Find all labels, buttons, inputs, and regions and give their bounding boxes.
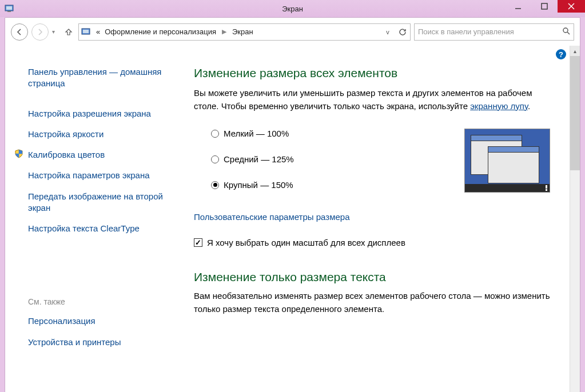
svg-rect-2: [7, 11, 11, 12]
search-input[interactable]: [418, 27, 570, 36]
radio-label: Средний — 125%: [224, 154, 294, 164]
radio-label: Мелкий — 100%: [224, 129, 289, 138]
custom-size-link[interactable]: Пользовательские параметры размера: [194, 212, 555, 222]
back-button[interactable]: [11, 23, 28, 41]
window-titlebar: Экран: [0, 0, 585, 17]
shield-icon: [14, 149, 23, 158]
window-title: Экран: [282, 5, 303, 13]
sidebar-item-cleartype[interactable]: Настройка текста ClearType: [28, 219, 165, 238]
forward-button[interactable]: [31, 23, 49, 41]
sidebar-item-brightness[interactable]: Настройка яркости: [28, 125, 165, 143]
breadcrumb-separator-icon: ▶: [222, 28, 226, 35]
svg-rect-1: [6, 6, 12, 10]
scroll-thumb[interactable]: [570, 56, 580, 170]
close-button[interactable]: [558, 0, 585, 13]
radio-small[interactable]: Мелкий — 100%: [211, 129, 294, 138]
desc-period: .: [528, 101, 530, 111]
section-title-text-only: Изменение только размера текста: [194, 270, 555, 284]
content-area: ? ▴ Панель управления — домашняя страниц…: [5, 46, 580, 392]
sidebar-also-devices[interactable]: Устройства и принтеры: [28, 333, 165, 351]
main-panel: Изменение размера всех элементов Вы може…: [177, 46, 580, 392]
see-also-header: См. также: [28, 297, 165, 306]
sidebar-item-calibrate[interactable]: Калибровка цветов: [28, 146, 165, 164]
search-box[interactable]: [414, 23, 574, 41]
location-icon: [81, 27, 91, 37]
scale-radio-group: Мелкий — 100% Средний — 125% Крупный — 1…: [211, 129, 294, 193]
search-icon[interactable]: [562, 27, 570, 37]
magnifier-link[interactable]: экранную лупу: [470, 101, 528, 111]
sidebar-item-project[interactable]: Передать изображение на второй экран: [28, 187, 165, 218]
radio-label: Крупный — 150%: [224, 180, 293, 190]
address-dropdown-icon[interactable]: v: [381, 24, 394, 40]
checkbox-label: Я хочу выбрать один масштаб для всех дис…: [207, 238, 405, 247]
minimize-button[interactable]: [505, 0, 531, 13]
breadcrumb-item-2[interactable]: Экран: [232, 27, 253, 36]
sidebar-item-display-settings[interactable]: Настройка параметров экрана: [28, 166, 165, 185]
address-bar[interactable]: « Оформление и персонализация ▶ Экран v: [78, 23, 411, 41]
radio-icon: [211, 155, 219, 163]
svg-rect-8: [83, 30, 89, 33]
single-scale-checkbox-row[interactable]: ✓ Я хочу выбрать один масштаб для всех д…: [194, 238, 555, 247]
checkbox-icon-checked: ✓: [194, 238, 202, 247]
up-button[interactable]: [62, 26, 75, 38]
sidebar: Панель управления — домашняя страница На…: [5, 46, 177, 392]
sidebar-also-personalization[interactable]: Персонализация: [28, 312, 165, 330]
sidebar-item-resolution[interactable]: Настройка разрешения экрана: [28, 105, 165, 123]
history-dropdown-icon[interactable]: ▾: [52, 29, 59, 35]
svg-line-10: [567, 32, 570, 34]
sidebar-item-label: Калибровка цветов: [28, 150, 105, 159]
svg-rect-4: [542, 3, 547, 9]
section-desc-1: Вы можете увеличить или уменьшить размер…: [194, 87, 555, 113]
preview-image: [464, 129, 550, 193]
section-title-resize-all: Изменение размера всех элементов: [194, 66, 555, 80]
sidebar-home-link[interactable]: Панель управления — домашняя страница: [28, 63, 165, 93]
radio-large[interactable]: Крупный — 150%: [211, 180, 294, 190]
breadcrumb-prefix: «: [96, 27, 100, 36]
breadcrumb-item-1[interactable]: Оформление и персонализация: [105, 27, 216, 36]
window-controls: [505, 0, 585, 13]
radio-medium[interactable]: Средний — 125%: [211, 154, 294, 164]
radio-icon: [211, 130, 219, 138]
refresh-button[interactable]: [396, 24, 409, 40]
radio-icon-selected: [211, 181, 219, 189]
section-desc-2: Вам необязательно изменять размер всех э…: [194, 290, 555, 315]
help-icon[interactable]: ?: [556, 49, 566, 59]
app-icon: [5, 3, 15, 14]
nav-toolbar: ▾ « Оформление и персонализация ▶ Экран …: [5, 17, 580, 46]
maximize-button[interactable]: [531, 0, 558, 13]
scroll-up-icon[interactable]: ▴: [570, 46, 580, 56]
svg-point-9: [563, 28, 568, 33]
scrollbar[interactable]: ▴: [570, 46, 580, 392]
